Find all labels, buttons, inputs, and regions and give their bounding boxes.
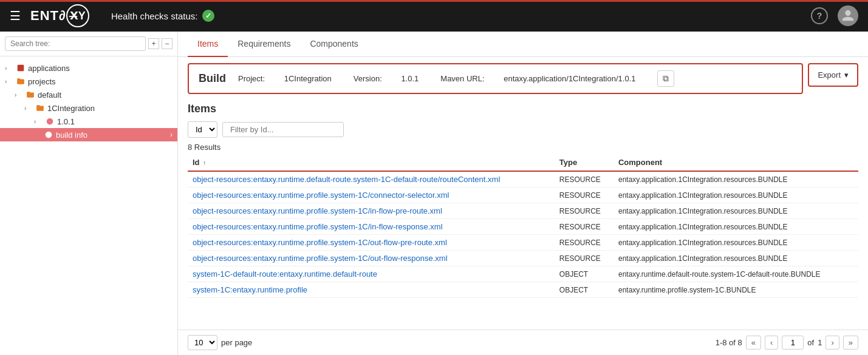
export-chevron-icon: ▾ — [844, 70, 849, 79]
cell-id[interactable]: object-resources:entaxy.runtime.profile.… — [188, 251, 555, 266]
sort-arrow-icon: ↑ — [203, 160, 206, 166]
item-icon — [44, 130, 53, 140]
sidebar-item-label: projects — [28, 77, 56, 86]
health-indicator — [202, 10, 214, 22]
table-body: object-resources:entaxy.runtime.default-… — [188, 171, 858, 298]
sidebar-item-label: build info — [56, 130, 87, 140]
table-row: object-resources:entaxy.runtime.profile.… — [188, 235, 858, 251]
sidebar-item-label: 1.0.1 — [57, 117, 75, 126]
first-page-button[interactable]: « — [746, 336, 761, 350]
cell-component: entaxy.application.1CIntegration.resourc… — [613, 188, 858, 203]
health-label: Health checks status: — [111, 11, 198, 21]
results-count: 8 Results — [188, 143, 858, 152]
cell-id[interactable]: system-1C-default-route:entaxy.runtime.d… — [188, 266, 555, 282]
sidebar-item-label: 1CIntegration — [47, 104, 95, 113]
sidebar-tree: › applications › projects › def — [0, 56, 177, 355]
filter-row: Id — [188, 121, 858, 138]
tab-items[interactable]: Items — [188, 32, 228, 57]
chevron-icon: › — [5, 65, 13, 72]
cell-id[interactable]: object-resources:entaxy.runtime.profile.… — [188, 235, 555, 251]
export-wrapper: Export ▾ — [808, 63, 858, 94]
next-page-button[interactable]: › — [825, 336, 839, 350]
cell-id[interactable]: object-resources:entaxy.runtime.profile.… — [188, 203, 555, 219]
version-label: Version: — [354, 74, 382, 83]
item-icon — [16, 63, 26, 73]
table-row: object-resources:entaxy.runtime.profile.… — [188, 188, 858, 203]
tab-components[interactable]: Components — [300, 32, 367, 57]
menu-icon[interactable]: ☰ — [10, 8, 21, 23]
cell-id[interactable]: system-1C:entaxy.runtime.profile — [188, 282, 555, 298]
cell-component: entaxy.runtime.default-route.system-1C-d… — [613, 266, 858, 282]
cell-id[interactable]: object-resources:entaxy.runtime.profile.… — [188, 219, 555, 235]
sidebar-item-applications[interactable]: › applications — [0, 61, 177, 75]
cell-component: entaxy.application.1CIntegration.resourc… — [613, 219, 858, 235]
sidebar-item-projects[interactable]: › projects — [0, 75, 177, 88]
main-layout: + − › applications › projects — [0, 32, 868, 355]
svg-rect-2 — [46, 132, 52, 138]
table-header: Id ↑ Type Component — [188, 154, 858, 171]
cell-component: entaxy.application.1CIntegration.resourc… — [613, 171, 858, 188]
cell-type: OBJECT — [555, 266, 613, 282]
cell-id[interactable]: object-resources:entaxy.runtime.default-… — [188, 171, 555, 188]
cell-component: entaxy.application.1CIntegration.resourc… — [613, 235, 858, 251]
sidebar-item-label: applications — [28, 64, 70, 73]
collapse-icon[interactable]: − — [162, 38, 173, 49]
current-page-input[interactable] — [782, 336, 804, 350]
col-component: Component — [613, 154, 858, 171]
chevron-icon: › — [24, 105, 33, 112]
cell-type: RESOURCE — [555, 251, 613, 266]
pagination-row: 10 25 50 per page 1-8 of 8 « ‹ of 1 › » — [178, 330, 868, 355]
items-title: Items — [188, 103, 858, 115]
export-label: Export — [818, 70, 841, 79]
sidebar-search-row: + − — [0, 32, 177, 56]
sidebar-item-default[interactable]: › default — [0, 88, 177, 101]
chevron-icon: › — [5, 78, 13, 85]
filter-input[interactable] — [222, 122, 344, 137]
logo-text: ENT∂ — [30, 8, 66, 24]
build-title: Build — [199, 72, 226, 85]
col-id[interactable]: Id ↑ — [188, 154, 555, 171]
table-scroll[interactable]: Id ↑ Type Component object-resources:ent… — [188, 154, 858, 330]
cell-component: entaxy.application.1CIntegration.resourc… — [613, 203, 858, 219]
last-page-button[interactable]: » — [843, 336, 858, 350]
content-area: Items Requirements Components Build Proj… — [178, 32, 868, 355]
project-value: 1CIntegration — [284, 74, 332, 83]
per-page-select[interactable]: 10 25 50 — [188, 335, 217, 350]
cell-id[interactable]: object-resources:entaxy.runtime.profile.… — [188, 188, 555, 203]
cell-type: RESOURCE — [555, 171, 613, 188]
total-pages: 1 — [818, 338, 822, 347]
chevron-icon: › — [15, 92, 23, 98]
logo-circle: X̶Y — [66, 4, 89, 27]
maven-label: Maven URL: — [440, 74, 484, 83]
item-icon — [16, 76, 26, 86]
active-arrow: › — [170, 130, 173, 139]
sidebar-item-build-info[interactable]: build info › — [0, 128, 177, 141]
of-label: of — [807, 338, 814, 347]
cell-component: entaxy.runtime.profile.system-1C.BUNDLE — [613, 282, 858, 298]
search-input[interactable] — [5, 36, 146, 51]
sidebar-item-1cintegration[interactable]: › 1CIntegration — [0, 101, 177, 115]
prev-page-button[interactable]: ‹ — [765, 336, 778, 350]
cell-type: OBJECT — [555, 282, 613, 298]
item-icon — [35, 103, 45, 113]
avatar[interactable] — [838, 5, 858, 26]
item-icon — [45, 117, 55, 126]
table-row: object-resources:entaxy.runtime.profile.… — [188, 251, 858, 266]
tab-requirements[interactable]: Requirements — [228, 32, 300, 57]
build-version: Version: 1.0.1 — [354, 74, 434, 83]
sidebar-item-label: default — [38, 90, 61, 100]
help-button[interactable]: ? — [811, 7, 828, 24]
items-section: Items Id 8 Results Id ↑ — [178, 98, 868, 330]
maven-value: entaxy.application/1CIntegration/1.0.1 — [504, 74, 635, 83]
project-label: Project: — [238, 74, 265, 83]
item-icon — [26, 90, 35, 100]
col-type: Type — [555, 154, 613, 171]
per-page-label: per page — [221, 338, 252, 347]
expand-icon[interactable]: + — [148, 38, 159, 49]
sidebar-item-1-0-1[interactable]: › 1.0.1 — [0, 115, 177, 128]
copy-url-button[interactable]: ⧉ — [657, 70, 674, 87]
table-row: object-resources:entaxy.runtime.profile.… — [188, 219, 858, 235]
health-status: Health checks status: — [111, 10, 215, 22]
filter-select[interactable]: Id — [188, 121, 217, 138]
export-button[interactable]: Export ▾ — [808, 63, 858, 87]
